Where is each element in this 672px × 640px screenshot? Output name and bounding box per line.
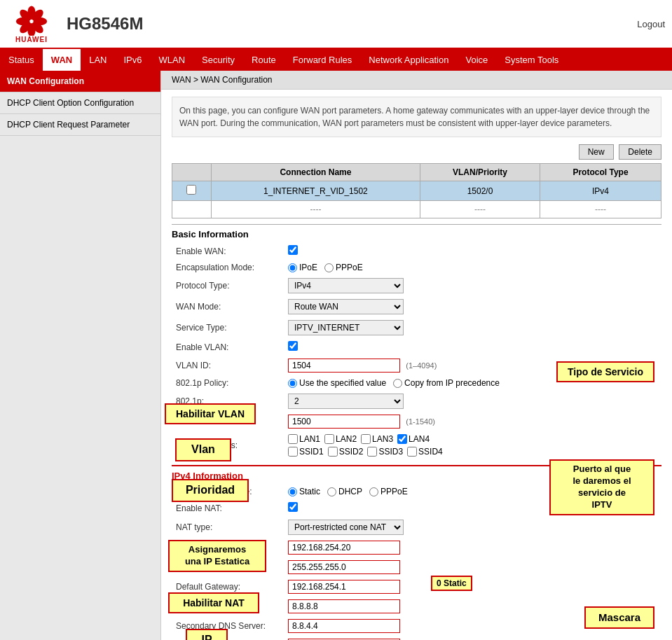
lan2-checkbox[interactable] bbox=[324, 434, 334, 444]
policy-specified-radio[interactable] bbox=[288, 379, 297, 388]
nav-wlan[interactable]: WLAN bbox=[151, 49, 194, 71]
lan3-checkbox[interactable] bbox=[361, 434, 371, 444]
mtu-value: (1-1540) bbox=[284, 412, 661, 431]
dot1p-value: 2 bbox=[284, 391, 661, 412]
encap-ipoe-label[interactable]: IPoE bbox=[288, 263, 317, 272]
policy-copy-label[interactable]: Copy from IP precedence bbox=[393, 378, 500, 388]
ip-addr-value bbox=[284, 538, 661, 557]
nat-type-value: Port-restricted cone NAT bbox=[284, 517, 661, 538]
protocol-select[interactable]: IPv4 bbox=[288, 278, 404, 293]
logout-button[interactable]: Logout bbox=[637, 19, 665, 29]
row-check[interactable] bbox=[172, 181, 212, 201]
nav-status[interactable]: Status bbox=[0, 49, 43, 71]
policy-label: 802.1p Policy: bbox=[172, 375, 284, 391]
protocol-value: IPv4 bbox=[284, 275, 661, 296]
enable-nat-checkbox[interactable] bbox=[288, 502, 298, 512]
lan3-label: LAN3 bbox=[372, 434, 393, 444]
acq-static-radio[interactable] bbox=[288, 487, 297, 496]
basic-info-form: Enable WAN: Encapsulation Mode: IPoE bbox=[172, 242, 661, 459]
wan-mode-label: WAN Mode: bbox=[172, 296, 284, 317]
gateway-input[interactable] bbox=[288, 580, 400, 594]
lan1-checkbox[interactable] bbox=[288, 434, 298, 444]
static-count-label: 0 Static bbox=[431, 576, 472, 591]
logo-area: HUAWEI bbox=[7, 4, 56, 43]
mtu-input[interactable] bbox=[288, 415, 400, 429]
ip-address-input[interactable] bbox=[288, 541, 400, 555]
ssid1-checkbox[interactable] bbox=[288, 447, 298, 457]
service-type-row: Service Type: IPTV_INTERNET bbox=[172, 317, 661, 338]
delete-button[interactable]: Delete bbox=[619, 144, 661, 160]
ann-puerto-iptv: Puerto al que le daremos el servicio de … bbox=[549, 459, 654, 515]
wan-mode-select[interactable]: Route WAN bbox=[288, 299, 404, 314]
encap-label: Encapsulation Mode: bbox=[172, 260, 284, 275]
ssid2-label: SSID2 bbox=[339, 447, 364, 457]
logo-text: HUAWEI bbox=[15, 36, 48, 43]
nav-system-tools[interactable]: System Tools bbox=[496, 49, 567, 71]
nav-route[interactable]: Route bbox=[243, 49, 284, 71]
encap-pppoe-radio[interactable] bbox=[324, 263, 334, 272]
sidebar-dhcp-request[interactable]: DHCP Client Request Parameter bbox=[0, 114, 160, 136]
acq-dhcp-radio[interactable] bbox=[327, 487, 336, 496]
enable-vlan-value bbox=[284, 338, 661, 356]
nav-lan[interactable]: LAN bbox=[81, 49, 115, 71]
row-connection-name: 1_INTERNET_R_VID_1502 bbox=[211, 181, 420, 201]
row-checkbox[interactable] bbox=[186, 185, 196, 195]
protocol-label: Protocol Type: bbox=[172, 275, 284, 296]
huawei-logo-icon bbox=[14, 4, 49, 36]
acq-pppoe-radio[interactable] bbox=[369, 487, 378, 496]
acq-static-label[interactable]: Static bbox=[288, 487, 320, 496]
subnet-mask-input[interactable] bbox=[288, 560, 400, 574]
new-button[interactable]: New bbox=[579, 144, 614, 160]
col-protocol-type: Protocol Type bbox=[540, 164, 661, 181]
nav-ipv6[interactable]: IPv6 bbox=[116, 49, 151, 71]
ssid4-checkbox[interactable] bbox=[407, 447, 417, 457]
vlan-id-label: VLAN ID: bbox=[172, 356, 284, 375]
encap-ipoe-radio[interactable] bbox=[288, 263, 297, 272]
vlan-hint: (1–4094) bbox=[406, 361, 437, 370]
gateway-value bbox=[284, 577, 661, 597]
sidebar: WAN Configuration DHCP Client Option Con… bbox=[0, 71, 161, 640]
table-row: ---- ---- ---- bbox=[172, 201, 661, 218]
content-area: WAN > WAN Configuration On this page, yo… bbox=[161, 71, 672, 640]
acq-dhcp-label[interactable]: DHCP bbox=[327, 487, 362, 496]
dot1p-select[interactable]: 2 bbox=[288, 394, 404, 409]
nat-type-row: NAT type: Port-restricted cone NAT bbox=[172, 517, 661, 538]
policy-specified-label[interactable]: Use the specified value bbox=[288, 378, 386, 388]
table-row[interactable]: 1_INTERNET_R_VID_1502 1502/0 IPv4 bbox=[172, 181, 661, 201]
lan4-label: LAN4 bbox=[409, 434, 430, 444]
enable-vlan-checkbox[interactable] bbox=[288, 341, 298, 351]
service-type-select[interactable]: IPTV_INTERNET bbox=[288, 320, 404, 335]
enable-wan-checkbox[interactable] bbox=[288, 245, 298, 255]
encap-pppoe-text: PPPoE bbox=[336, 263, 363, 272]
ssid4-label: SSID4 bbox=[418, 447, 443, 457]
dns1-input[interactable] bbox=[288, 599, 400, 613]
nav-security[interactable]: Security bbox=[193, 49, 243, 71]
nav-forward-rules[interactable]: Forward Rules bbox=[284, 49, 361, 71]
encap-pppoe-label[interactable]: PPPoE bbox=[324, 263, 363, 272]
acq-static-text: Static bbox=[299, 487, 320, 496]
lan4-checkbox[interactable] bbox=[397, 434, 407, 444]
nav-network-application[interactable]: Network Application bbox=[360, 49, 457, 71]
ssid2-checkbox[interactable] bbox=[328, 447, 338, 457]
vlan-id-input[interactable] bbox=[288, 359, 400, 373]
ssid3-label: SSID3 bbox=[378, 447, 403, 457]
binding-options: LAN1 LAN2 LAN3 bbox=[288, 434, 657, 444]
encap-value: IPoE PPPoE bbox=[284, 260, 661, 275]
row-vlan: 1502/0 bbox=[420, 181, 540, 201]
multicast-value: (0~4094) bbox=[284, 636, 661, 640]
dns2-input[interactable] bbox=[288, 619, 400, 633]
nav-wan[interactable]: WAN bbox=[43, 49, 81, 71]
ann-tipo-servicio: Tipo de Servicio bbox=[556, 361, 654, 382]
policy-copy-radio[interactable] bbox=[393, 379, 402, 388]
nav-voice[interactable]: Voice bbox=[457, 49, 496, 71]
nav-bar: Status WAN LAN IPv6 WLAN Security Route … bbox=[0, 49, 672, 71]
nat-type-select[interactable]: Port-restricted cone NAT bbox=[288, 520, 404, 535]
binding-row: Binding Options: LAN1 LAN2 bbox=[172, 431, 661, 459]
ann-vlan: Vlan bbox=[175, 438, 231, 461]
acq-pppoe-label[interactable]: PPPoE bbox=[369, 487, 408, 496]
sidebar-wan-config[interactable]: WAN Configuration bbox=[0, 71, 160, 92]
col-vlan-priority: VLAN/Priority bbox=[420, 164, 540, 181]
ssid3-checkbox[interactable] bbox=[367, 447, 377, 457]
multicast-row: Multicast VLAN ID: (0~4094) bbox=[172, 636, 661, 640]
sidebar-dhcp-option[interactable]: DHCP Client Option Configuration bbox=[0, 92, 160, 114]
